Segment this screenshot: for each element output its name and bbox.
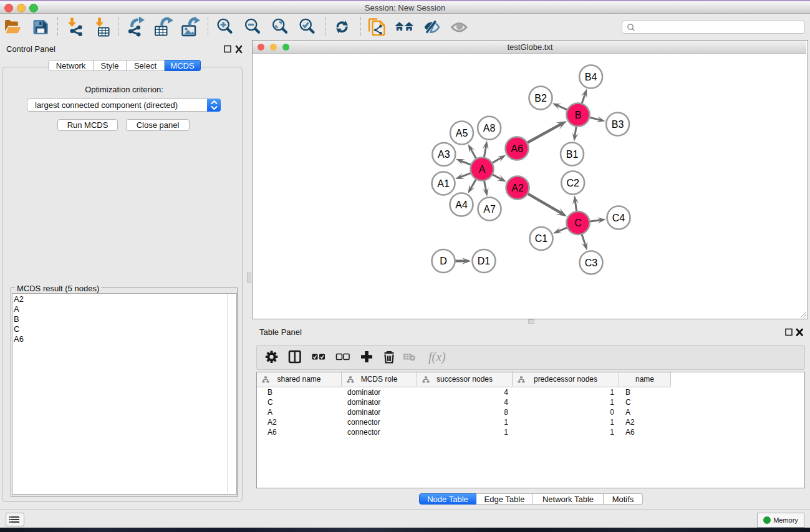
svg-text:C: C: [574, 218, 582, 228]
svg-text:A7: A7: [483, 204, 496, 215]
svg-text:B1: B1: [566, 149, 579, 160]
svg-text:D1: D1: [478, 256, 491, 266]
svg-text:f(x): f(x): [428, 350, 446, 364]
svg-text:A3: A3: [438, 149, 450, 160]
svg-text:B3: B3: [612, 119, 624, 130]
svg-text:A5: A5: [456, 128, 468, 138]
svg-text:C4: C4: [612, 213, 625, 223]
svg-text:A8: A8: [483, 123, 496, 133]
svg-text:D: D: [440, 256, 447, 266]
svg-text:B4: B4: [585, 72, 597, 82]
svg-text:B2: B2: [534, 93, 547, 104]
svg-text:A6: A6: [511, 143, 523, 154]
svg-text:C1: C1: [535, 233, 548, 244]
svg-text:B: B: [575, 110, 582, 120]
svg-text:C3: C3: [585, 258, 598, 268]
svg-text:A4: A4: [455, 200, 468, 210]
svg-text:A2: A2: [511, 183, 524, 193]
svg-text:A: A: [479, 164, 486, 175]
svg-text:A1: A1: [437, 178, 450, 189]
svg-text:C2: C2: [566, 178, 579, 188]
